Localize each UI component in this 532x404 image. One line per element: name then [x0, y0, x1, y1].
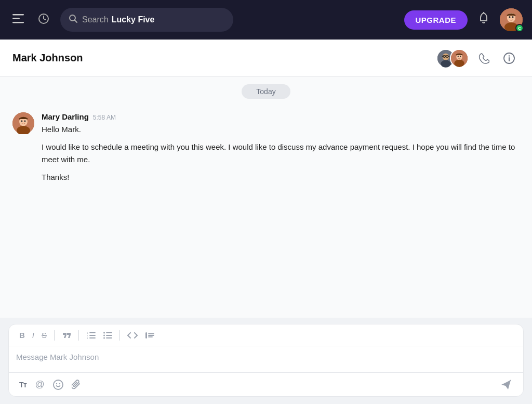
composer-box: B I S 1 2 [8, 324, 524, 397]
svg-point-44 [103, 334, 105, 336]
svg-point-24 [458, 56, 459, 57]
composer-area: B I S 1 2 [0, 318, 532, 404]
code-button[interactable] [124, 330, 141, 341]
strikethrough-button[interactable]: S [38, 329, 50, 342]
message-line-2: I would like to schedule a meeting with … [42, 141, 520, 166]
send-button[interactable] [496, 377, 516, 392]
top-navigation: Search Lucky Five UPGRADE C [0, 0, 532, 40]
avatar-status-badge: C [515, 24, 524, 32]
search-term: Lucky Five [112, 15, 155, 24]
participant-avatars[interactable] [436, 49, 469, 68]
svg-point-45 [103, 337, 105, 338]
message-text: Hello Mark. I would like to schedule a m… [42, 123, 520, 184]
quote-button[interactable] [59, 330, 74, 341]
svg-point-50 [54, 380, 63, 389]
message-line-1: Hello Mark. [42, 123, 520, 136]
call-button[interactable] [474, 48, 494, 68]
mention-button[interactable]: @ [32, 377, 47, 392]
svg-point-28 [509, 55, 510, 56]
toolbar-separator-3 [119, 330, 120, 341]
svg-point-25 [460, 56, 461, 57]
info-button[interactable] [499, 48, 520, 69]
menu-icon[interactable] [9, 11, 27, 29]
svg-point-15 [441, 60, 451, 67]
chat-title: Mark Johnson [12, 52, 436, 64]
svg-text:3: 3 [87, 336, 88, 339]
message-author: Mary Darling [42, 112, 89, 121]
svg-line-5 [75, 20, 77, 22]
composer-toolbar: B I S 1 2 [9, 324, 523, 346]
message-group: Mary Darling 5:58 AM Hello Mark. I would… [0, 106, 532, 190]
svg-rect-1 [12, 18, 20, 19]
search-icon [69, 14, 78, 26]
svg-point-32 [21, 120, 23, 122]
message-time: 5:58 AM [93, 114, 116, 121]
search-placeholder: Search [82, 15, 109, 24]
messages-area: Today Mary Darling 5:58 AM [0, 77, 532, 318]
svg-point-33 [24, 120, 26, 122]
message-content: Mary Darling 5:58 AM Hello Mark. I would… [42, 112, 520, 184]
unordered-list-button[interactable] [100, 329, 115, 342]
font-size-button[interactable]: Tт [16, 379, 30, 391]
bold-button[interactable]: B [16, 329, 28, 342]
search-bar[interactable]: Search Lucky Five [60, 8, 233, 32]
emoji-button[interactable] [50, 377, 66, 392]
chat-container: Mark Johnson [0, 40, 532, 404]
message-placeholder: Message Mark Johnson [16, 353, 99, 361]
chat-header-icons [436, 48, 520, 69]
svg-point-23 [454, 59, 464, 67]
toolbar-separator-2 [78, 330, 79, 341]
bell-icon[interactable] [475, 9, 493, 31]
message-input[interactable]: Message Mark Johnson [9, 346, 523, 372]
history-icon[interactable] [34, 9, 53, 31]
message-author-avatar [12, 112, 34, 134]
attachment-button[interactable] [69, 377, 84, 392]
svg-point-52 [59, 383, 60, 384]
date-divider: Today [0, 77, 532, 106]
toolbar-separator-1 [54, 330, 55, 341]
upgrade-button[interactable]: UPGRADE [404, 10, 468, 30]
svg-point-11 [509, 16, 511, 18]
svg-point-12 [512, 16, 514, 18]
svg-point-43 [103, 332, 105, 333]
svg-rect-46 [145, 332, 147, 338]
message-line-3: Thanks! [42, 171, 520, 184]
svg-point-51 [56, 383, 57, 384]
blockquote-button[interactable] [142, 329, 157, 342]
user-avatar[interactable]: C [500, 8, 523, 31]
search-text: Search Lucky Five [82, 15, 154, 24]
date-pill: Today [242, 84, 290, 99]
composer-footer: Tт @ [9, 372, 523, 396]
participant-avatar-2 [450, 49, 469, 68]
italic-button[interactable]: I [29, 329, 37, 342]
ordered-list-button[interactable]: 1 2 3 [83, 329, 99, 342]
chat-header: Mark Johnson [0, 40, 532, 77]
svg-rect-0 [12, 14, 24, 16]
message-meta: Mary Darling 5:58 AM [42, 112, 520, 121]
svg-rect-2 [12, 22, 24, 23]
